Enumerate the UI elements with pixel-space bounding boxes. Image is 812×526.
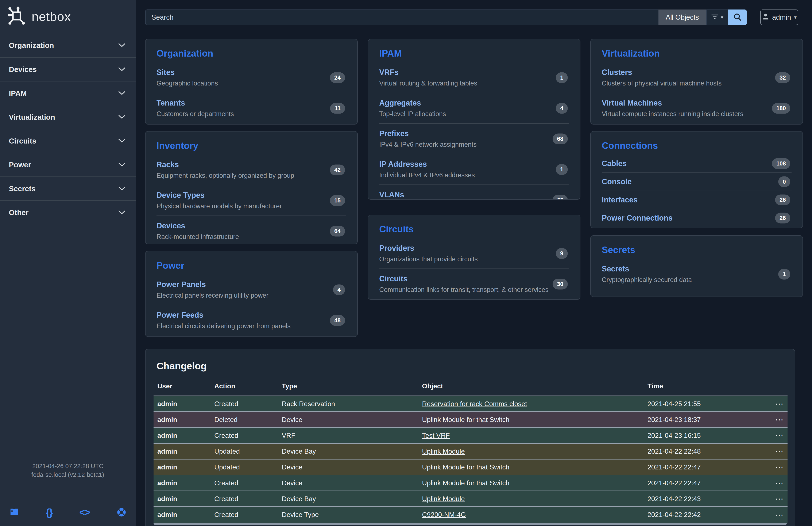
sidebar-footer: 2021-04-26 07:22:28 UTC foda-se.local (v… <box>0 462 135 526</box>
object-link[interactable]: Reservation for rack Comms closet <box>422 400 527 408</box>
column-header-time: Time <box>644 379 762 396</box>
cell-user: admin <box>154 443 211 459</box>
card-item: IP AddressesIndividual IPv4 & IPv6 addre… <box>379 154 569 184</box>
power-connections-link[interactable]: Power Connections <box>602 214 672 223</box>
sidebar-item-ipam[interactable]: IPAM <box>0 81 135 105</box>
card-item: TenantsCustomers or departments11 <box>157 93 346 123</box>
card-item: ClustersClusters of physical virtual mac… <box>602 62 792 93</box>
vrfs-link[interactable]: VRFs <box>379 68 398 77</box>
docs-book-icon[interactable] <box>9 508 19 517</box>
secrets-link[interactable]: Secrets <box>602 265 629 273</box>
sidebar-menu: OrganizationDevicesIPAMVirtualizationCir… <box>0 33 135 224</box>
vlans-link[interactable]: VLANs <box>379 190 404 199</box>
cell-actions: ⋯ <box>762 428 787 443</box>
sidebar-item-virtualization[interactable]: Virtualization <box>0 105 135 129</box>
sidebar: netbox OrganizationDevicesIPAMVirtualiza… <box>0 0 135 526</box>
card-item: Cables108 <box>602 155 792 172</box>
chevron-down-icon <box>118 43 126 47</box>
count-badge: 1 <box>778 269 790 280</box>
racks-link[interactable]: Racks <box>157 160 179 169</box>
row-actions-button[interactable]: ⋯ <box>775 447 784 456</box>
changelog-table: UserActionTypeObjectTime adminCreatedRac… <box>154 379 787 523</box>
clusters-link[interactable]: Clusters <box>602 68 632 77</box>
cell-object: Uplink Module for that Switch <box>418 412 644 428</box>
changelog-panel: Changelog UserActionTypeObjectTime admin… <box>145 349 795 526</box>
item-description: Physical hardware models by manufacturer <box>157 202 346 210</box>
filter-icon <box>711 14 719 21</box>
devices-link[interactable]: Devices <box>157 222 185 230</box>
item-description: Organizations that provide circuits <box>379 255 569 263</box>
column-header-type: Type <box>278 379 418 396</box>
row-actions-button[interactable]: ⋯ <box>775 431 784 440</box>
tenants-link[interactable]: Tenants <box>157 99 185 108</box>
prefixes-link[interactable]: Prefixes <box>379 129 409 138</box>
providers-link[interactable]: Providers <box>379 244 414 253</box>
cell-actions: ⋯ <box>762 443 787 459</box>
footer-meta: 2021-04-26 07:22:28 UTC foda-se.local (v… <box>0 462 135 479</box>
aggregates-link[interactable]: Aggregates <box>379 99 421 108</box>
filter-dropdown-button[interactable]: ▾ <box>706 10 728 25</box>
brand-logo[interactable]: netbox <box>0 0 135 27</box>
power-panels-link[interactable]: Power Panels <box>157 280 206 289</box>
count-badge: 48 <box>330 315 345 326</box>
sites-link[interactable]: Sites <box>157 68 175 77</box>
help-lifebuoy-icon[interactable] <box>117 508 126 517</box>
cell-object: Uplink Module for that Switch <box>418 459 644 475</box>
row-actions-button[interactable]: ⋯ <box>775 415 784 424</box>
cell-user: admin <box>154 475 211 491</box>
caret-down-icon: ▾ <box>721 14 723 20</box>
chevron-down-icon <box>118 115 126 119</box>
interfaces-link[interactable]: Interfaces <box>602 196 638 204</box>
cell-action: Updated <box>211 459 278 475</box>
user-menu-button[interactable]: admin ▾ <box>760 10 798 25</box>
row-actions-button[interactable]: ⋯ <box>775 399 784 408</box>
count-badge: 26 <box>775 213 790 224</box>
card-item: VRFsVirtual routing & forwarding tables1 <box>379 62 569 93</box>
sidebar-item-circuits[interactable]: Circuits <box>0 129 135 153</box>
search-submit-button[interactable] <box>728 10 747 25</box>
sidebar-item-other[interactable]: Other <box>0 200 135 224</box>
row-actions-button[interactable]: ⋯ <box>775 510 784 519</box>
brand-name: netbox <box>32 9 71 24</box>
object-link[interactable]: C9200-NM-4G <box>422 511 466 518</box>
device-types-link[interactable]: Device Types <box>157 191 204 200</box>
card-title: Power <box>157 260 346 271</box>
sidebar-item-secrets[interactable]: Secrets <box>0 176 135 200</box>
sidebar-item-organization[interactable]: Organization <box>0 33 135 57</box>
card-title: Secrets <box>602 245 792 255</box>
cell-type: Rack Reservation <box>278 396 418 412</box>
card-item: SecretsCryptographically secured data1 <box>602 259 792 289</box>
chevron-down-icon <box>118 91 126 96</box>
row-actions-button[interactable]: ⋯ <box>775 494 784 503</box>
circuits-link[interactable]: Circuits <box>379 274 407 283</box>
console-link[interactable]: Console <box>602 177 632 186</box>
api-braces-icon[interactable]: {} <box>46 507 53 518</box>
ip-addresses-link[interactable]: IP Addresses <box>379 160 427 169</box>
column-header-user: User <box>154 379 211 396</box>
search-input[interactable] <box>145 10 658 25</box>
object-link[interactable]: Test VRF <box>422 432 450 439</box>
virtual-machines-link[interactable]: Virtual Machines <box>602 99 662 108</box>
card-circuits: CircuitsProvidersOrganizations that prov… <box>368 215 580 300</box>
sidebar-item-devices[interactable]: Devices <box>0 57 135 81</box>
changelog-title: Changelog <box>157 360 787 372</box>
cell-time: 2021-04-22 22:48 <box>644 443 762 459</box>
item-description: Clusters of physical virtual machine hos… <box>602 80 792 87</box>
sidebar-item-power[interactable]: Power <box>0 153 135 176</box>
card-title: Inventory <box>157 140 346 151</box>
search-scope-label[interactable]: All Objects <box>658 10 706 25</box>
cell-time: 2021-04-22 22:47 <box>644 459 762 475</box>
object-link[interactable]: Uplink Module <box>422 447 465 455</box>
row-actions-button[interactable]: ⋯ <box>775 463 784 471</box>
cell-user: admin <box>154 459 211 475</box>
object-link[interactable]: Uplink Module <box>422 495 465 502</box>
count-badge: 1 <box>556 164 568 175</box>
changelog-header-row: UserActionTypeObjectTime <box>154 379 787 396</box>
cables-link[interactable]: Cables <box>602 159 627 168</box>
row-actions-button[interactable]: ⋯ <box>775 479 784 487</box>
power-feeds-link[interactable]: Power Feeds <box>157 311 203 319</box>
source-code-icon[interactable]: <> <box>79 507 90 518</box>
cell-type: Device <box>278 475 418 491</box>
table-scrollbar[interactable] <box>154 523 787 525</box>
changelog-row: adminCreatedDeviceUplink Module for that… <box>154 475 787 491</box>
